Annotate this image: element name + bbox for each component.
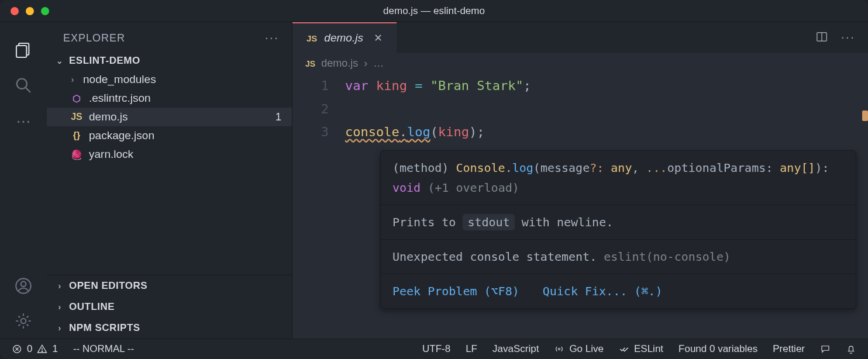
breadcrumb-separator: › [364,57,367,70]
code-line[interactable]: 1var king = "Bran Stark"; [292,74,868,98]
code-content[interactable]: var king = "Bran Stark"; [345,74,531,98]
peek-problem-link[interactable]: Peek Problem (⌥F8) [392,281,519,301]
chevron-down-icon: ⌄ [55,56,64,65]
double-check-icon [619,344,629,354]
tab-filename: demo.js [324,32,363,44]
status-language[interactable]: JavaScript [492,343,539,355]
file-tree: › node_modules ⬡ .eslintrc.json JS demo.… [47,70,292,164]
warning-marker[interactable] [862,111,868,121]
hover-tooltip: (method) Console.log(message?: any, ...o… [380,150,856,309]
yarn-file-icon: 🧶 [70,149,83,160]
tree-item-label: .eslintrc.json [89,92,151,105]
status-bell-icon[interactable] [846,344,856,354]
svg-point-5 [21,281,26,286]
outline-panel-header[interactable]: › OUTLINE [47,296,292,317]
problem-count-badge: 1 [275,111,281,123]
project-name: ESLINT-DEMO [69,55,140,67]
js-file-icon: JS [306,33,317,43]
warning-icon [37,344,47,354]
svg-point-13 [42,351,43,351]
explorer-title: EXPLORER [63,32,125,44]
open-editors-panel-header[interactable]: › OPEN EDITORS [47,275,292,296]
editor-more-icon[interactable]: ··· [841,30,855,45]
explorer-sidebar: EXPLORER ··· ⌄ ESLINT-DEMO › node_module… [47,22,292,339]
status-eol[interactable]: LF [466,343,477,355]
window-title: demo.js — eslint-demo [383,5,485,17]
tree-file-package-json[interactable]: {} package.json [47,126,292,145]
hover-signature: (method) Console.log(message?: any, ...o… [381,151,856,205]
chevron-right-icon: › [68,75,77,84]
eslint-file-icon: ⬡ [70,93,83,104]
line-number: 2 [292,98,345,121]
panel-label: OPEN EDITORS [69,280,147,292]
js-file-icon: JS [305,59,315,68]
editor-actions: ··· [815,22,868,53]
status-vim-mode: -- NORMAL -- [73,343,134,355]
status-feedback-icon[interactable] [820,344,831,354]
json-file-icon: {} [70,130,83,141]
panel-label: OUTLINE [69,301,115,313]
settings-activity-icon[interactable] [0,303,47,339]
quick-fix-link[interactable]: Quick Fix... (⌘.) [543,281,663,301]
line-number: 1 [292,74,345,98]
npm-scripts-panel-header[interactable]: › NPM SCRIPTS [47,317,292,339]
svg-point-6 [21,319,26,324]
breadcrumb[interactable]: JS demo.js › … [292,53,868,74]
search-activity-icon[interactable] [0,68,47,103]
chevron-right-icon: › [55,302,64,312]
editor-tab-demo-js[interactable]: JS demo.js ✕ [292,22,397,53]
hover-doc: Prints to stdout with newline. [381,205,856,240]
breadcrumb-rest: … [373,57,384,70]
svg-rect-1 [16,46,26,57]
code-line[interactable]: 3console.log(king); [292,120,868,144]
status-prettier[interactable]: Prettier [773,343,805,355]
explorer-activity-icon[interactable] [0,33,47,68]
more-activity-icon[interactable]: ··· [0,103,47,138]
tree-folder-node-modules[interactable]: › node_modules [47,70,292,89]
explorer-header: EXPLORER ··· [47,22,292,51]
broadcast-icon [554,344,564,354]
close-tab-icon[interactable]: ✕ [374,32,383,44]
editor-area: JS demo.js ✕ ··· JS demo.js › … 1var kin… [292,22,868,339]
panel-label: NPM SCRIPTS [69,322,140,334]
tree-item-label: demo.js [89,111,128,123]
chevron-right-icon: › [55,323,64,333]
tree-file-yarn-lock[interactable]: 🧶 yarn.lock [47,145,292,164]
explorer-more-icon[interactable]: ··· [265,30,279,46]
tree-file-eslintrc[interactable]: ⬡ .eslintrc.json [47,89,292,108]
code-line[interactable]: 2 [292,98,868,121]
status-problems[interactable]: 0 1 [12,343,58,355]
close-window-button[interactable] [11,7,19,15]
svg-line-3 [26,88,30,92]
js-file-icon: JS [70,112,83,122]
accounts-activity-icon[interactable] [0,268,47,303]
breadcrumb-filename: demo.js [321,57,358,70]
tree-item-label: yarn.lock [89,148,133,161]
window-controls [0,7,49,15]
title-bar: demo.js — eslint-demo [0,0,868,22]
svg-point-14 [559,348,560,350]
hover-actions: Peek Problem (⌥F8) Quick Fix... (⌘.) [381,274,856,308]
activity-bar: ··· [0,22,47,339]
project-root[interactable]: ⌄ ESLINT-DEMO [47,51,292,70]
svg-point-2 [17,79,27,89]
tree-item-label: package.json [89,129,154,142]
code-content[interactable]: console.log(king); [345,120,484,144]
fullscreen-window-button[interactable] [41,7,49,15]
error-icon [12,344,22,354]
tree-item-label: node_modules [83,73,156,86]
code-editor[interactable]: 1var king = "Bran Stark";23console.log(k… [292,74,868,339]
hover-problem: Unexpected console statement. eslint(no-… [381,240,856,274]
line-number: 3 [292,120,345,144]
status-eslint[interactable]: ESLint [619,343,663,355]
minimize-window-button[interactable] [26,7,34,15]
chevron-right-icon: › [55,281,64,291]
editor-tab-row: JS demo.js ✕ ··· [292,22,868,53]
tree-file-demo-js[interactable]: JS demo.js 1 [47,108,292,126]
status-encoding[interactable]: UTF-8 [422,343,450,355]
status-variables[interactable]: Found 0 variables [678,343,757,355]
status-go-live[interactable]: Go Live [554,343,604,355]
split-editor-icon[interactable] [815,30,828,45]
status-bar: 0 1 -- NORMAL -- UTF-8 LF JavaScript Go … [0,339,868,359]
